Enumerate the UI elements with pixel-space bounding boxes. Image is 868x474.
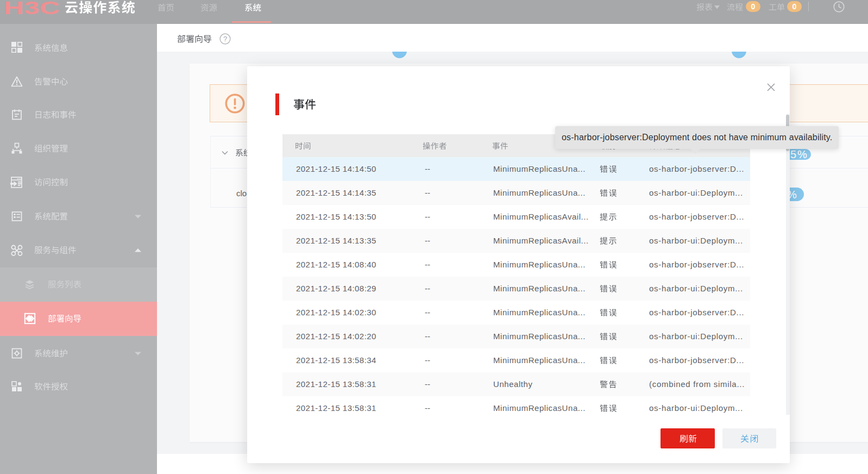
- svg-text:?: ?: [223, 35, 227, 43]
